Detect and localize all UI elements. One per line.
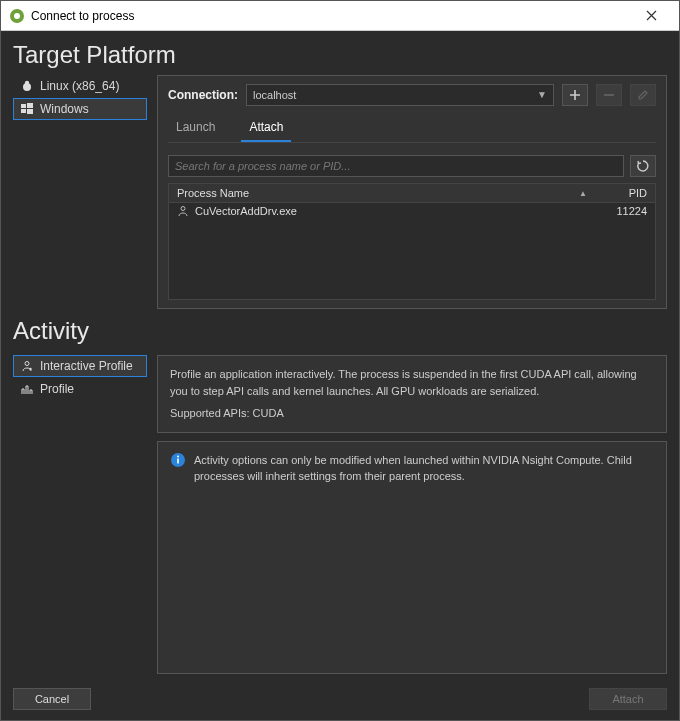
platform-item-windows[interactable]: Windows <box>13 98 147 120</box>
dialog-window: Connect to process Target Platform Linux… <box>0 0 680 721</box>
titlebar: Connect to process <box>1 1 679 31</box>
svg-point-9 <box>25 362 29 366</box>
connection-value: localhost <box>253 89 296 101</box>
connection-row: Connection: localhost ▼ <box>168 84 656 106</box>
edit-connection-button[interactable] <box>630 84 656 106</box>
activity-supported-apis: Supported APIs: CUDA <box>170 405 654 422</box>
windows-icon <box>20 102 34 116</box>
tab-launch[interactable]: Launch <box>168 116 223 142</box>
connection-select[interactable]: localhost ▼ <box>246 84 554 106</box>
linux-icon <box>20 79 34 93</box>
cancel-button[interactable]: Cancel <box>13 688 91 710</box>
platform-label: Windows <box>40 102 89 116</box>
connection-label: Connection: <box>168 88 238 102</box>
section-target-platform: Target Platform <box>13 41 667 69</box>
chevron-down-icon: ▼ <box>537 89 547 100</box>
svg-rect-12 <box>177 458 179 463</box>
sort-asc-icon: ▲ <box>579 189 587 198</box>
process-table: Process Name ▲ PID CuVectorAddDrv.exe <box>168 183 656 300</box>
add-connection-button[interactable] <box>562 84 588 106</box>
table-body: CuVectorAddDrv.exe 11224 <box>169 203 655 299</box>
activity-info-text: Activity options can only be modified wh… <box>194 452 654 485</box>
activity-item-profile[interactable]: Profile <box>13 378 147 400</box>
process-search-input[interactable] <box>168 155 624 177</box>
activity-description: Profile an application interactively. Th… <box>170 366 654 399</box>
info-icon <box>170 452 186 468</box>
activity-split: Interactive Profile Profile Profile an a… <box>13 355 667 674</box>
refresh-button[interactable] <box>630 155 656 177</box>
window-title: Connect to process <box>31 9 631 23</box>
process-icon <box>177 205 189 217</box>
svg-rect-7 <box>27 109 33 114</box>
section-activity: Activity <box>13 317 667 345</box>
platform-list: Linux (x86_64) Windows <box>13 75 147 309</box>
activity-list: Interactive Profile Profile <box>13 355 147 674</box>
table-header: Process Name ▲ PID <box>169 184 655 203</box>
svg-point-10 <box>29 368 31 370</box>
column-process-name[interactable]: Process Name ▲ <box>169 184 595 202</box>
search-row <box>168 155 656 177</box>
activity-pane: Profile an application interactively. Th… <box>157 355 667 674</box>
table-row[interactable]: CuVectorAddDrv.exe 11224 <box>169 203 655 219</box>
svg-point-8 <box>181 207 185 211</box>
target-platform-split: Linux (x86_64) Windows Connection: local… <box>13 75 667 309</box>
interactive-profile-icon <box>20 359 34 373</box>
process-name: CuVectorAddDrv.exe <box>195 205 297 217</box>
activity-item-interactive-profile[interactable]: Interactive Profile <box>13 355 147 377</box>
svg-point-3 <box>25 81 29 85</box>
profile-icon <box>20 382 34 396</box>
svg-rect-6 <box>21 109 26 113</box>
svg-rect-4 <box>21 104 26 108</box>
column-pid[interactable]: PID <box>595 184 655 202</box>
remove-connection-button[interactable] <box>596 84 622 106</box>
svg-rect-5 <box>27 103 33 108</box>
dialog-footer: Cancel Attach <box>13 680 667 712</box>
app-icon <box>9 8 25 24</box>
tab-attach[interactable]: Attach <box>241 116 291 142</box>
close-button[interactable] <box>631 8 671 24</box>
process-pid: 11224 <box>595 205 655 217</box>
activity-label: Profile <box>40 382 74 396</box>
activity-info-box: Activity options can only be modified wh… <box>157 441 667 675</box>
svg-point-13 <box>177 455 179 457</box>
activity-label: Interactive Profile <box>40 359 133 373</box>
activity-description-box: Profile an application interactively. Th… <box>157 355 667 433</box>
connection-pane: Connection: localhost ▼ <box>157 75 667 309</box>
platform-item-linux[interactable]: Linux (x86_64) <box>13 75 147 97</box>
attach-button[interactable]: Attach <box>589 688 667 710</box>
svg-point-1 <box>14 13 20 19</box>
platform-label: Linux (x86_64) <box>40 79 119 93</box>
dialog-content: Target Platform Linux (x86_64) Windows <box>1 31 679 720</box>
connection-tabs: Launch Attach <box>168 116 656 143</box>
